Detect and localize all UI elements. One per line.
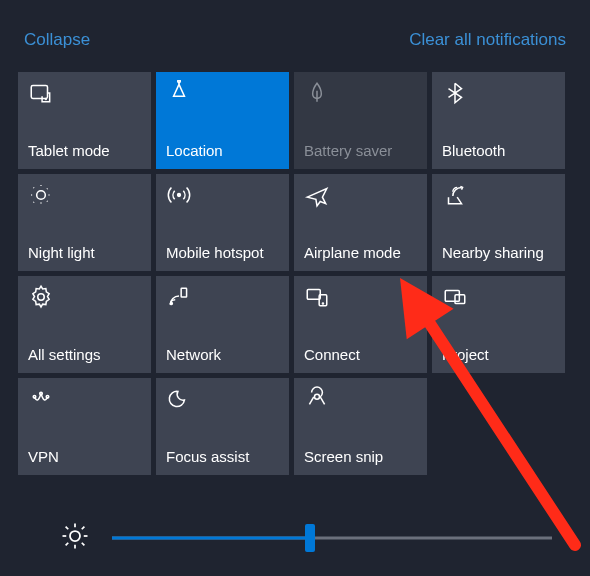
tile-mobile-hotspot[interactable]: Mobile hotspot <box>156 174 289 271</box>
network-icon <box>166 284 192 310</box>
focus-assist-icon <box>166 386 192 412</box>
nearby-sharing-icon <box>442 182 468 208</box>
tile-label: Screen snip <box>304 448 417 465</box>
tile-label: All settings <box>28 346 141 363</box>
tablet-mode-icon <box>28 80 54 106</box>
svg-point-0 <box>70 531 80 541</box>
night-light-icon <box>28 182 54 208</box>
svg-line-5 <box>66 527 69 530</box>
screen-snip-icon <box>304 386 330 412</box>
bluetooth-icon <box>442 80 468 106</box>
tile-label: Focus assist <box>166 448 279 465</box>
airplane-icon <box>304 182 330 208</box>
tile-night-light[interactable]: Night light <box>18 174 151 271</box>
tile-label: Network <box>166 346 279 363</box>
tile-project[interactable]: Project <box>432 276 565 373</box>
vpn-icon <box>28 386 54 412</box>
collapse-link[interactable]: Collapse <box>24 30 90 50</box>
svg-line-7 <box>66 543 69 546</box>
quick-action-grid: Tablet modeLocationBattery saverBluetoot… <box>0 72 590 475</box>
tile-label: Bluetooth <box>442 142 555 159</box>
tile-label: Airplane mode <box>304 244 417 261</box>
tile-network[interactable]: Network <box>156 276 289 373</box>
tile-airplane-mode[interactable]: Airplane mode <box>294 174 427 271</box>
tile-location[interactable]: Location <box>156 72 289 169</box>
tile-connect[interactable]: Connect <box>294 276 427 373</box>
tile-label: Mobile hotspot <box>166 244 279 261</box>
tile-label: Tablet mode <box>28 142 141 159</box>
tile-label: Project <box>442 346 555 363</box>
clear-notifications-link[interactable]: Clear all notifications <box>409 30 566 50</box>
tile-label: Nearby sharing <box>442 244 555 261</box>
tile-label: VPN <box>28 448 141 465</box>
mobile-hotspot-icon <box>166 182 192 208</box>
brightness-slider-fill <box>112 536 310 539</box>
brightness-slider-thumb[interactable] <box>305 524 315 552</box>
tile-battery-saver[interactable]: Battery saver <box>294 72 427 169</box>
tile-all-settings[interactable]: All settings <box>18 276 151 373</box>
tile-vpn[interactable]: VPN <box>18 378 151 475</box>
brightness-icon <box>60 521 90 554</box>
tile-label: Location <box>166 142 279 159</box>
brightness-row <box>0 521 590 554</box>
tile-label: Battery saver <box>304 142 417 159</box>
tile-nearby-sharing[interactable]: Nearby sharing <box>432 174 565 271</box>
tile-tablet-mode[interactable]: Tablet mode <box>18 72 151 169</box>
svg-line-8 <box>82 527 85 530</box>
svg-line-6 <box>82 543 85 546</box>
battery-saver-icon <box>304 80 330 106</box>
project-icon <box>442 284 468 310</box>
tile-screen-snip[interactable]: Screen snip <box>294 378 427 475</box>
connect-icon <box>304 284 330 310</box>
tile-focus-assist[interactable]: Focus assist <box>156 378 289 475</box>
location-icon <box>166 80 192 106</box>
tile-label: Night light <box>28 244 141 261</box>
brightness-slider[interactable] <box>112 526 552 550</box>
tile-bluetooth[interactable]: Bluetooth <box>432 72 565 169</box>
tile-label: Connect <box>304 346 417 363</box>
settings-gear-icon <box>28 284 54 310</box>
